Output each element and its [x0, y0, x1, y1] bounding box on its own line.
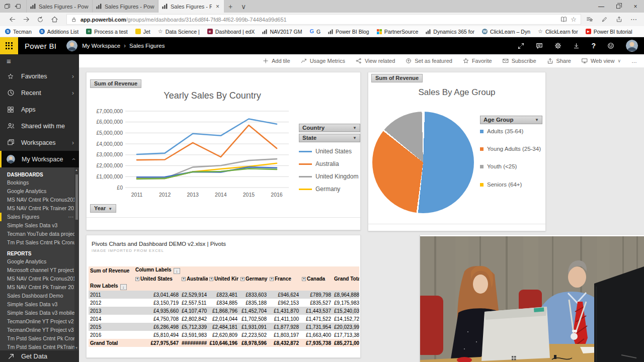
tile-pivot-table[interactable]: Pivots Charts and Dashboard DEMO v2.xlsx…	[86, 235, 361, 358]
bookmark-tecman[interactable]: STecman	[5, 29, 32, 35]
bookmark-dynamics-365-for[interactable]: Dynamics 365 for	[426, 29, 474, 35]
country-field-dropdown[interactable]: Country▼	[299, 124, 360, 132]
share-icon[interactable]	[616, 16, 622, 23]
sidebar-list-item[interactable]: Tm Pstd Sales Cntnt Pk Cronus_2...	[7, 334, 79, 343]
restore-button[interactable]	[610, 0, 627, 13]
sidebar-item-shared-with-me[interactable]: Shared with me	[0, 118, 79, 134]
close-button[interactable]: ×	[627, 0, 644, 13]
sidebar-list-item[interactable]: Google Analytics	[7, 257, 79, 266]
bookmark-power-bi-blog[interactable]: Power BI Blog	[328, 29, 369, 35]
set-as-featured-button[interactable]: Set as featured	[406, 58, 452, 64]
comments-icon[interactable]	[536, 42, 543, 49]
sidebar-list-item[interactable]: Tm Pstd Sales Cntnt PkTrainer2017	[7, 343, 79, 350]
new-tab-button[interactable]: +	[224, 0, 237, 13]
tile-yearly-sales-by-country[interactable]: Sum of Revenue Yearly Sales By Country £…	[86, 72, 361, 230]
sort-icon[interactable]: ↓	[120, 284, 127, 290]
sidebar-scrollbar[interactable]: ▲ ▼	[74, 167, 79, 350]
year-filter-button[interactable]: Year▼	[90, 204, 116, 213]
bookmark-data-science[interactable]: ☆Data Science |	[158, 29, 200, 35]
expand-icon[interactable]: +	[270, 277, 274, 281]
breadcrumb-page[interactable]: Sales Figures	[129, 43, 165, 49]
sidebar-list-item[interactable]: Sales Dashboard Demo	[7, 292, 79, 300]
scroll-down-icon[interactable]: ▼	[74, 346, 78, 349]
download-icon[interactable]	[573, 43, 580, 49]
field-button-sum-of-revenue[interactable]: Sum of Revenue	[371, 74, 423, 82]
bookmark-clicklearn-dyn[interactable]: WClickLearn – Dyn	[482, 29, 530, 35]
sidebar-list-item[interactable]: Sales Figures⋯	[0, 213, 79, 221]
bookmark-additions-list[interactable]: SAdditions List	[39, 29, 78, 35]
add-tile-button[interactable]: Add tile	[263, 58, 290, 64]
sidebar-list-item[interactable]: Bookings	[7, 178, 79, 187]
sort-icon[interactable]: ↓	[174, 268, 180, 274]
app-launcher-waffle-icon[interactable]	[0, 37, 18, 54]
web-view-button[interactable]: Web view∨	[582, 58, 621, 64]
scroll-up-icon[interactable]: ▲	[74, 168, 78, 171]
tab-preview-icon[interactable]	[4, 3, 11, 10]
sidebar-list-item[interactable]: MS NAV Cntnt Pk Trainer 2017	[7, 283, 79, 292]
state-field-dropdown[interactable]: State▼	[299, 134, 360, 142]
sidebar-list-item[interactable]: Simple Sales Data v3 mobile	[7, 309, 79, 317]
bookmark-g[interactable]: GG	[309, 29, 320, 35]
sidebar-list-item[interactable]: TecmanOnline YT Project v3	[7, 326, 79, 334]
sidebar-item-recent[interactable]: Recent›	[0, 84, 79, 101]
sidebar-list-item[interactable]: MS NAV Cntnt Pk Trainer 2017	[7, 204, 79, 213]
feedback-smiley-icon[interactable]	[607, 42, 614, 49]
browser-tab-2[interactable]: Sales Figures - Power BI	[92, 0, 158, 13]
url-bar[interactable]: app.powerbi.com/groups/me/dashboards/31c…	[66, 14, 581, 25]
item-options-icon[interactable]: ⋯	[68, 213, 74, 221]
tab-close-icon[interactable]: ×	[215, 3, 220, 10]
browser-tab-3[interactable]: Sales Figures - Power BI×	[158, 0, 224, 13]
bookmark-dashboard-edx[interactable]: eDashboard | edX	[207, 29, 255, 35]
expand-icon[interactable]: +	[302, 277, 306, 281]
workspace-avatar[interactable]	[66, 40, 77, 51]
sidebar-list-item[interactable]: Google Analytics	[7, 187, 79, 196]
bookmark-nav2017-gm[interactable]: NAV2017 GM	[262, 29, 302, 35]
fullscreen-icon[interactable]	[518, 43, 524, 49]
forward-icon[interactable]	[19, 16, 33, 23]
expand-icon[interactable]: +	[182, 277, 186, 281]
hub-favorites-icon[interactable]	[586, 16, 593, 23]
browser-tab-1[interactable]: Sales Figures - Power BI	[26, 0, 92, 13]
sidebar-list-item[interactable]: Simple Sales Data v3	[7, 300, 79, 309]
share-button[interactable]: Share	[547, 58, 571, 64]
bookmark-partnersource[interactable]: PartnerSource	[377, 29, 419, 35]
hamburger-menu-icon[interactable]: ≡	[0, 54, 79, 68]
minimize-button[interactable]: —	[593, 0, 610, 13]
sidebar-item-workspaces[interactable]: Workspaces›	[0, 134, 79, 151]
usage-metrics-button[interactable]: Usage Metrics	[301, 58, 345, 64]
tile-sales-by-age-group[interactable]: Sum of Revenue Sales By Age Group Age Gr…	[368, 72, 546, 231]
refresh-icon[interactable]	[33, 16, 47, 23]
sidebar-list-item[interactable]: Tm Pst Sales Cntnt Pk Cronus_2017	[7, 238, 79, 247]
web-note-pen-icon[interactable]	[601, 16, 608, 23]
help-icon[interactable]: ?	[591, 42, 596, 50]
reading-view-icon[interactable]	[560, 16, 567, 23]
sidebar-list-item[interactable]: Simple Sales Data v3	[7, 221, 79, 230]
favorite-button[interactable]: Favorite	[463, 58, 492, 64]
tab-list-button[interactable]: ∨	[237, 0, 250, 13]
favorite-star-icon[interactable]: ☆	[571, 16, 577, 23]
more-options-icon[interactable]: ⋯	[630, 16, 637, 23]
settings-gear-icon[interactable]	[554, 42, 561, 49]
sidebar-item-my-workspace[interactable]: My Workspace›	[0, 151, 79, 167]
subscribe-button[interactable]: Subscribe	[503, 58, 536, 64]
breadcrumb-workspace[interactable]: My Workspace	[82, 43, 120, 49]
sidebar-list-item[interactable]: MS NAV Cntnt Pk Cronus2017	[7, 196, 79, 204]
more-actions-button[interactable]: …	[631, 58, 637, 64]
expand-icon[interactable]: +	[135, 277, 139, 281]
set-tabs-aside-icon[interactable]	[15, 3, 21, 10]
user-avatar[interactable]	[626, 40, 638, 52]
home-icon[interactable]	[47, 16, 61, 23]
sidebar-item-apps[interactable]: Apps	[0, 101, 79, 118]
sidebar-list-item[interactable]: MS NAV Cntnt Pk Cronus2017	[7, 275, 79, 283]
bookmark-power-bi-tutorial[interactable]: ▸Power BI tutorial	[586, 29, 632, 35]
back-icon[interactable]	[5, 16, 19, 23]
sidebar-item-favorites[interactable]: Favorites›	[0, 68, 79, 84]
age-group-field-dropdown[interactable]: Age Group▼	[480, 116, 542, 124]
bookmark-clicklearn-for[interactable]: ☆ClickLearn for	[538, 29, 578, 35]
sidebar-list-item[interactable]: Microsoft channel YT project	[7, 266, 79, 275]
sidebar-list-item[interactable]: TecmanOnline YT Project v2	[7, 317, 79, 326]
bookmark-jet[interactable]: Jet	[135, 29, 150, 35]
sidebar-list-item[interactable]: Tecman YouTube data project	[7, 230, 79, 238]
bookmark-process-a-test[interactable]: ≡Process a test	[86, 29, 128, 35]
view-related-button[interactable]: View related	[356, 58, 395, 64]
